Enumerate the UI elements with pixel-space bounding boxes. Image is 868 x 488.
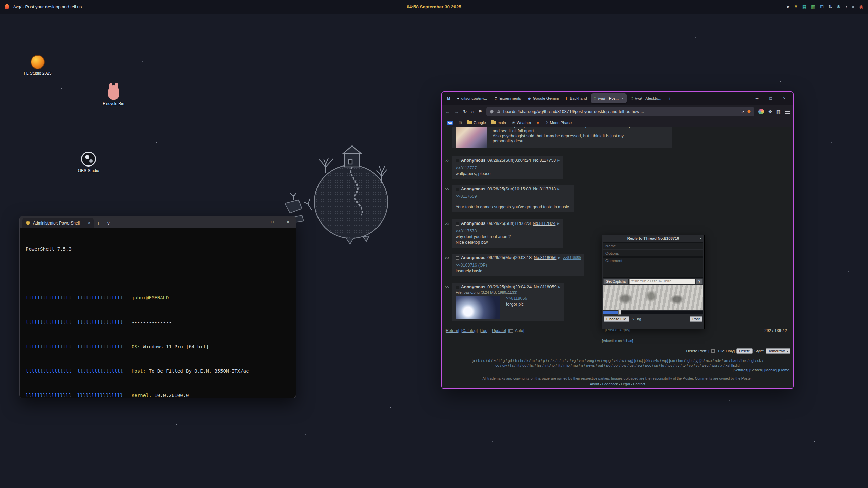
bookmark-grid[interactable]: ⊞ [459, 120, 462, 125]
tab-backhand[interactable]: ▮Backhand [562, 93, 590, 103]
clock[interactable]: 04:58 September 30 2025 [407, 4, 461, 9]
terminal-tab[interactable]: Administrator: PowerShell × [22, 218, 94, 228]
bookmark-moon-phase[interactable]: ☽Moon Phase [544, 120, 572, 125]
post-number-link[interactable]: No.8117818 [533, 187, 556, 191]
display-icon[interactable]: ▦ [802, 4, 807, 9]
board-list-line2[interactable]: co / diy / fa / fit / gd / hc / his / in… [442, 363, 793, 367]
pointer-icon[interactable]: ➤ [786, 4, 790, 9]
snowflake-icon[interactable]: ❄ [837, 4, 841, 9]
share-icon[interactable]: ↗ [741, 109, 744, 114]
notification-icon[interactable]: ● [852, 4, 854, 9]
post-checkbox[interactable] [456, 188, 459, 191]
file-only-checkbox[interactable] [711, 349, 715, 353]
power-icon[interactable]: ◉ [859, 4, 863, 9]
post-hide-marker[interactable]: >> [445, 256, 449, 260]
new-tab-button[interactable]: + [94, 218, 103, 228]
bookmark-folder-google[interactable]: Google [467, 121, 486, 125]
post-hide-marker[interactable]: >> [445, 187, 449, 192]
footer-links[interactable]: About • Feedback • Legal • Contact [442, 382, 793, 386]
comment-field[interactable] [603, 257, 703, 278]
update-link[interactable]: [Update] [491, 328, 506, 333]
tab-experiments[interactable]: ⚗Experiments [491, 93, 524, 103]
delete-button[interactable]: Delete [736, 348, 753, 354]
auto-checkbox[interactable] [509, 329, 513, 333]
tab-github[interactable]: ●gitsoncpu/my... [454, 93, 490, 103]
maximize-button[interactable]: □ [265, 220, 280, 225]
site-links[interactable]: [Settings] [Search] [Mobile] [Home] [733, 368, 790, 372]
bookmark-folder-main[interactable]: main [491, 121, 506, 125]
bookmark-ru[interactable]: RU [447, 121, 453, 125]
post-button[interactable]: Post [690, 316, 702, 322]
color-profile-icon[interactable]: ▩ [811, 4, 815, 9]
reply-form-titlebar[interactable]: Reply to Thread No.8103716× [602, 235, 704, 242]
post-image-thumbnail[interactable] [456, 127, 487, 148]
choose-file-button[interactable]: Choose File [604, 316, 629, 322]
sidebar-icon[interactable]: ▥ [776, 109, 781, 114]
tab-wg-thread-active[interactable]: ∷/wg/ - Pos...× [591, 93, 627, 103]
catalog-link[interactable]: [Catalog] [461, 328, 478, 333]
options-field[interactable] [603, 250, 703, 257]
tab-wg-desktop[interactable]: ∷/wg/ - /deskto... [628, 93, 664, 103]
post-checkbox[interactable] [456, 159, 459, 162]
style-select[interactable]: Tomorrow [766, 348, 790, 354]
windows-icon[interactable]: ⊞ [820, 4, 824, 9]
quote-link[interactable]: >>8118056 [506, 296, 527, 301]
tab-close-icon[interactable]: × [621, 96, 624, 100]
url-text[interactable]: boards.4chan.org/wg/thread/8103716/post-… [503, 109, 738, 114]
close-icon[interactable]: × [699, 235, 702, 242]
close-button[interactable]: × [777, 96, 791, 101]
volume-icon[interactable]: ♪ [845, 4, 847, 9]
minimize-button[interactable]: ─ [249, 220, 265, 225]
extensions-icon[interactable]: ❖ [768, 109, 772, 114]
lock-icon[interactable] [497, 110, 501, 114]
post-menu-arrow[interactable]: ▶ [557, 222, 559, 225]
quote-link-op[interactable]: >>8103716 (OP) [456, 263, 487, 268]
desktop-icon-fl-studio[interactable]: FL Studio 2025 [17, 50, 58, 76]
bookmark-dot[interactable]: ● [537, 121, 539, 125]
bookmark-flag-icon[interactable]: ⚑ [478, 109, 482, 114]
tab-pinned[interactable]: M [444, 93, 453, 103]
post-menu-arrow[interactable]: ▶ [557, 159, 560, 162]
post-number-link[interactable]: No.8117753 [533, 158, 556, 163]
forward-icon[interactable]: → [454, 109, 459, 114]
post-checkbox[interactable] [456, 286, 459, 289]
post-checkbox[interactable] [456, 256, 459, 260]
y-icon[interactable]: Y [794, 4, 797, 9]
quote-link[interactable]: >>8113727 [456, 165, 477, 170]
file-name-link[interactable]: basic.png [464, 290, 480, 294]
get-captcha-button[interactable]: Get Captcha [603, 279, 628, 284]
captcha-slider[interactable] [603, 311, 703, 314]
account-icon[interactable] [758, 109, 764, 114]
desktop-icon-recycle-bin[interactable]: Recycle Bin [93, 81, 134, 106]
top-link[interactable]: [Top] [480, 328, 488, 333]
post-number-link[interactable]: No.8118056 [534, 255, 556, 260]
tracking-shield-icon[interactable] [490, 110, 494, 114]
network-icon[interactable]: ⇅ [828, 4, 832, 9]
post-number-link[interactable]: No.8118059 [534, 285, 556, 289]
extension-shield-icon[interactable] [747, 110, 751, 114]
back-icon[interactable]: ← [445, 109, 450, 114]
home-icon[interactable]: ⌂ [471, 109, 474, 114]
bookmark-weather[interactable]: ☀Weather [512, 120, 532, 125]
captcha-input[interactable] [629, 279, 695, 284]
post-menu-arrow[interactable]: ▶ [558, 285, 560, 289]
post-number-link[interactable]: No.8117824 [533, 221, 555, 226]
new-tab-button[interactable]: + [665, 96, 674, 101]
board-list-line1[interactable]: [a / b / c / d / e / f / g / gif / h / h… [442, 358, 793, 363]
maximize-button[interactable]: □ [764, 96, 777, 101]
quote-link[interactable]: >>8117659 [456, 194, 477, 199]
return-link[interactable]: [Return] [445, 328, 459, 333]
quote-link[interactable]: >>8117578 [456, 229, 477, 233]
backlink[interactable]: >>8118059 [563, 256, 581, 260]
minimize-button[interactable]: ─ [750, 96, 764, 101]
tab-dropdown-icon[interactable]: ∨ [103, 218, 113, 228]
tab-gemini[interactable]: ◆Google Gemini [525, 93, 562, 103]
post-image-thumbnail[interactable] [456, 296, 500, 319]
post-checkbox[interactable] [456, 222, 459, 226]
post-hide-marker[interactable]: >> [445, 158, 449, 163]
post-hide-marker[interactable]: >> [445, 285, 449, 290]
close-button[interactable]: × [280, 220, 296, 225]
tab-close-icon[interactable]: × [88, 221, 90, 226]
menu-icon[interactable] [785, 111, 790, 112]
flame-icon[interactable] [5, 4, 9, 9]
